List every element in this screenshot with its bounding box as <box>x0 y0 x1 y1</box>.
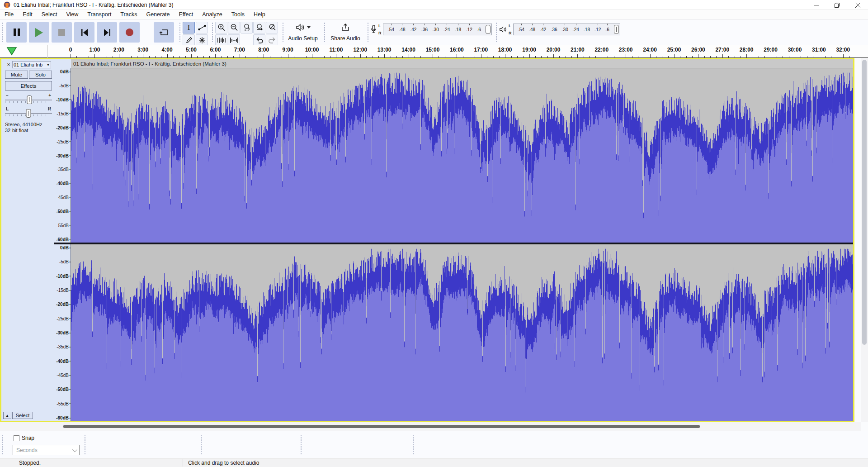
pan-slider-thumb[interactable] <box>26 109 31 118</box>
meter-scale-value: -54 <box>518 27 524 32</box>
audio-setup-button[interactable]: Audio Setup <box>286 22 320 43</box>
timeline-label: 0 <box>69 47 72 53</box>
stop-button[interactable] <box>52 22 72 43</box>
play-button[interactable] <box>29 22 49 43</box>
playback-volume-slider[interactable] <box>614 25 619 34</box>
menu-item[interactable]: Help <box>249 10 270 19</box>
zoom-in-button[interactable] <box>215 22 227 33</box>
edit-toolbar-grip[interactable] <box>212 22 214 43</box>
timeline[interactable]: 01:002:003:004:005:006:007:008:009:0010:… <box>0 45 868 58</box>
timeline-label: 22:00 <box>594 47 609 53</box>
track-close-button[interactable]: × <box>5 61 12 68</box>
timeline-label: 3:00 <box>137 47 148 53</box>
audio-setup-toolbar-grip[interactable] <box>282 22 284 43</box>
horizontal-scrollbar[interactable] <box>0 422 861 431</box>
play-at-speed-grip[interactable] <box>300 434 302 455</box>
solo-button[interactable]: Solo <box>29 71 52 79</box>
snap-toolbar-grip[interactable] <box>1 434 4 455</box>
horizontal-scrollbar-thumb[interactable] <box>63 425 700 428</box>
menu-item[interactable]: Edit <box>18 10 37 19</box>
menu-item[interactable]: Effect <box>175 10 198 19</box>
recording-meter[interactable]: LR -54-48-42-36-30-24-18-12-6 <box>371 23 492 36</box>
mute-button[interactable]: Mute <box>5 71 28 79</box>
timeline-options[interactable] <box>0 45 48 58</box>
menu-item[interactable]: Analyze <box>198 10 226 19</box>
close-button[interactable] <box>847 0 868 10</box>
loop-button[interactable] <box>154 22 174 43</box>
chevron-down-icon <box>307 26 311 29</box>
timeline-label: 4:00 <box>162 47 173 53</box>
db-scale-label: 0dB <box>60 69 69 74</box>
zoom-toggle-button[interactable] <box>266 22 278 33</box>
waveform-channel-2[interactable] <box>71 244 853 421</box>
silence-audio-button[interactable] <box>228 34 240 46</box>
selection-tool-button[interactable]: I <box>183 22 195 33</box>
track-select-button[interactable]: Select <box>12 412 33 419</box>
skip-to-end-button[interactable] <box>97 22 117 43</box>
db-ruler-channel-1[interactable]: 0dB-5dB-10dB-15dB-20dB-25dB-30dB-35dB-40… <box>54 68 71 243</box>
play-head-pin-icon[interactable] <box>6 47 17 56</box>
timeline-label: 6:00 <box>210 47 221 53</box>
share-audio-toolbar-grip[interactable] <box>324 22 326 43</box>
undo-button[interactable] <box>253 34 265 46</box>
zoom-out-button[interactable] <box>228 22 240 33</box>
share-audio-label: Share Audio <box>330 35 360 42</box>
vertical-scrollbar[interactable] <box>861 58 868 422</box>
pause-button[interactable] <box>6 22 27 43</box>
menu-item[interactable]: Tools <box>227 10 249 19</box>
menu-item[interactable]: Generate <box>142 10 174 19</box>
gain-slider[interactable]: − + <box>5 93 52 105</box>
track-name-dropdown[interactable]: 01 Eliahu Inb ▼ <box>12 61 51 68</box>
stop-icon <box>58 29 65 36</box>
timeline-ruler[interactable]: 01:002:003:004:005:006:007:008:009:0010:… <box>71 45 857 58</box>
meter-scale-value: -48 <box>529 27 535 32</box>
spare-grip[interactable] <box>412 434 415 455</box>
zoom-selection-button[interactable] <box>241 22 253 33</box>
transport-toolbar-grip[interactable] <box>1 22 4 43</box>
time-toolbar-grip[interactable] <box>84 434 86 455</box>
timeline-label: 21:00 <box>571 47 585 53</box>
play-icon <box>35 28 43 37</box>
share-audio-button[interactable]: Share Audio <box>327 22 363 43</box>
pan-left-label: L <box>6 106 9 111</box>
timeline-label: 12:00 <box>353 47 367 53</box>
recording-meter-grip[interactable] <box>367 22 369 43</box>
envelope-tool-button[interactable] <box>196 22 208 33</box>
minimize-button[interactable] <box>806 0 826 10</box>
track-collapse-button[interactable]: ▲ <box>3 412 11 419</box>
db-ruler-channel-2[interactable]: 0dB-5dB-10dB-15dB-20dB-25dB-30dB-35dB-40… <box>54 244 71 421</box>
multi-tool-button[interactable] <box>196 34 208 46</box>
timeline-label: 18:00 <box>498 47 512 53</box>
skip-to-start-button[interactable] <box>74 22 94 43</box>
db-scale-label: -5dB <box>59 83 69 88</box>
snap-checkbox[interactable] <box>14 435 19 441</box>
zoom-fit-button[interactable] <box>253 22 265 33</box>
snap-mode-select[interactable]: Seconds <box>13 445 80 455</box>
menu-item[interactable]: Select <box>37 10 62 19</box>
menu-item[interactable]: File <box>0 10 18 19</box>
title-bar: 01 Eliahu Inbal; Frankfurt RSO - I - Krä… <box>0 0 868 10</box>
tools-toolbar-grip[interactable] <box>179 22 181 43</box>
audacity-logo-icon <box>4 1 10 8</box>
menu-item[interactable]: View <box>61 10 83 19</box>
recording-volume-slider[interactable] <box>486 25 491 34</box>
pan-slider[interactable]: L R <box>5 106 52 118</box>
playback-meter[interactable]: LR -54-48-42-36-30-24-18-12-6 <box>499 23 620 36</box>
redo-button[interactable] <box>266 34 278 46</box>
clip-header[interactable]: 01 Eliahu Inbal; Frankfurt RSO - I - Krä… <box>71 59 853 68</box>
vertical-scrollbar-thumb[interactable] <box>862 60 867 345</box>
timeline-label: 20:00 <box>547 47 561 53</box>
trim-audio-button[interactable] <box>215 34 227 46</box>
waveform-channel-1[interactable] <box>71 68 853 243</box>
menu-item[interactable]: Transport <box>83 10 116 19</box>
selection-toolbar-grip[interactable] <box>200 434 203 455</box>
draw-tool-button[interactable] <box>183 34 195 46</box>
status-message: Click and drag to select audio <box>188 460 259 466</box>
gain-slider-thumb[interactable] <box>27 95 32 104</box>
record-button[interactable] <box>119 22 140 43</box>
effects-button[interactable]: Effects <box>5 81 52 91</box>
db-scale-label: -60dB <box>56 415 69 420</box>
restore-button[interactable] <box>826 0 847 10</box>
menu-item[interactable]: Tracks <box>116 10 142 19</box>
playback-meter-grip[interactable] <box>495 22 498 43</box>
